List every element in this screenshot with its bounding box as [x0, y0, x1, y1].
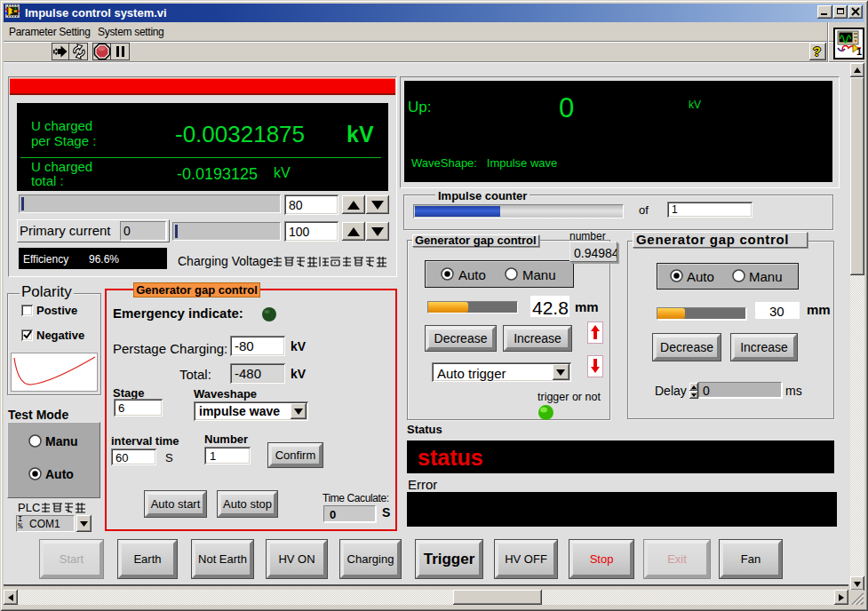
svg-text:1: 1: [856, 46, 862, 57]
